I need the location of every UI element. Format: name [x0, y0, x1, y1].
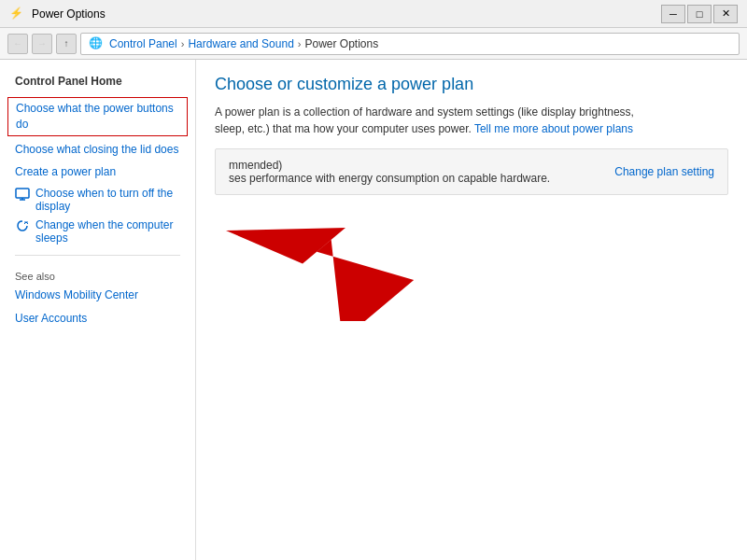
sidebar-item-choose-closing-lid[interactable]: Choose what closing the lid does	[0, 138, 195, 161]
sidebar-divider	[15, 255, 180, 256]
plan-label: mmended)	[229, 159, 550, 172]
breadcrumb-hardware-sound[interactable]: Hardware and Sound	[188, 37, 293, 50]
see-also-title: See also	[0, 263, 195, 284]
window-controls: ─ □ ✕	[661, 5, 738, 23]
plan-info: mmended) ses performance with energy con…	[229, 159, 550, 185]
minimize-button[interactable]: ─	[661, 5, 685, 23]
breadcrumb-control-panel[interactable]: Control Panel	[109, 37, 177, 50]
sidebar-item-user-accounts[interactable]: User Accounts	[0, 307, 195, 330]
nav-bar: ← → ↑ 🌐 Control Panel › Hardware and Sou…	[0, 28, 747, 60]
power-plan-section: mmended) ses performance with energy con…	[215, 148, 728, 195]
close-button[interactable]: ✕	[713, 5, 738, 23]
sleep-icon	[15, 219, 30, 234]
forward-button[interactable]: →	[32, 34, 52, 54]
breadcrumb-sep-1: ›	[181, 38, 185, 49]
sidebar: Control Panel Home Choose what the power…	[0, 60, 196, 560]
svg-rect-0	[16, 189, 29, 198]
plan-description: ses performance with energy consumption …	[229, 172, 550, 185]
sidebar-item-create-power-plan[interactable]: Create a power plan	[0, 161, 195, 184]
main-container: Control Panel Home Choose what the power…	[0, 60, 747, 560]
breadcrumb-home-icon: 🌐	[89, 36, 104, 51]
sidebar-item-turn-off-display[interactable]: Choose when to turn off the display	[0, 184, 195, 216]
change-plan-link[interactable]: Change plan setting	[614, 165, 714, 178]
maximize-button[interactable]: □	[687, 5, 712, 23]
up-button[interactable]: ↑	[56, 34, 77, 54]
sidebar-item-choose-power-buttons[interactable]: Choose what the power buttons do	[7, 97, 188, 136]
window-title: Power Options	[32, 7, 106, 21]
content-description: A power plan is a collection of hardware…	[215, 104, 635, 137]
breadcrumb-sep-2: ›	[298, 38, 302, 49]
sidebar-item-windows-mobility[interactable]: Windows Mobility Center	[0, 284, 195, 307]
app-icon: ⚡	[9, 7, 24, 21]
monitor-icon	[15, 188, 30, 203]
sidebar-item-computer-sleeps[interactable]: Change when the computer sleeps	[0, 216, 195, 247]
page-title: Choose or customize a power plan	[215, 75, 728, 94]
breadcrumb: 🌐 Control Panel › Hardware and Sound › P…	[80, 33, 740, 55]
title-bar: ⚡ Power Options ─ □ ✕	[0, 0, 747, 28]
content-area: Choose or customize a power plan A power…	[196, 60, 747, 560]
back-button[interactable]: ←	[7, 34, 28, 54]
learn-more-link[interactable]: Tell me more about power plans	[474, 122, 633, 135]
breadcrumb-power-options: Power Options	[304, 37, 378, 50]
sidebar-home-link[interactable]: Control Panel Home	[0, 71, 195, 95]
